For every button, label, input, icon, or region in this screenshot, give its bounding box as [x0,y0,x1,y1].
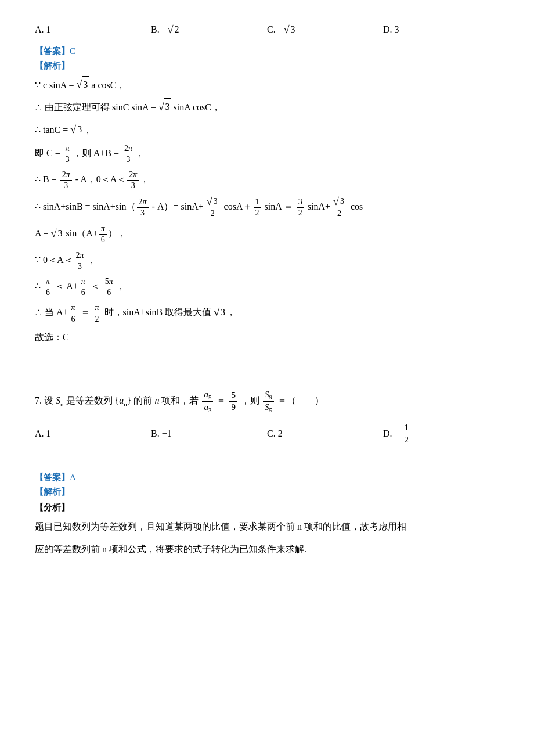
choice-B-val: √ 2 [163,24,181,35]
q7-choice-A: A. 1 [35,422,151,445]
choice-A: A. 1 [35,24,151,35]
math-step-2: ∴ 由正弦定理可得 sinC sinA = √3 sinA cosC， [35,98,499,116]
para-1-text: 题目已知数列为等差数列，且知道某两项的比值，要求某两个前 n 项和的比值，故考虑… [35,521,406,531]
analysis-tag-1: 【解析】 [35,60,499,71]
choice-A-label: A. 1 [35,24,51,35]
q7-choice-D-label: D. [383,429,392,439]
choice-D: D. 3 [383,24,499,35]
math-step-3: ∴ tanC = √3， [35,121,499,139]
top-divider [35,12,499,12]
math-step-5: ∴ B = 2π3 - A，0＜A＜2π3， [35,170,499,191]
analysis-tag-2: 【解析】 [35,487,499,498]
fenpxi-label: 【分析】 [35,503,70,512]
math-step-6: ∴ sinA+sinB = sinA+sin（2π3 - A）= sinA+√3… [35,196,499,219]
answer-val-2: A [70,473,76,482]
math-step-7: A = √3 sin（A+π6）， [35,224,499,245]
para-2: 应的等差数列前 n 项和公式，将要求的式子转化为已知条件来求解. [35,541,499,558]
choice-C-label: C. [267,24,276,35]
q7-choice-B: B. −1 [151,422,267,445]
fenpxi-tag: 【分析】 [35,502,499,513]
question-7-header: 7. 设 Sn 是等差数列 {an} 的前 n 项和，若 a5 a3 ＝ 5 9… [35,389,499,415]
math-step-10: ∴ 当 A+π6 ＝ π2 时，sinA+sinB 取得最大值 √3， [35,303,499,324]
analysis-bracket-2: 【解析】 [35,487,70,496]
choices-row-q7: A. 1 B. −1 C. 2 D. 1 2 [35,422,499,445]
q7-choice-D: D. 1 2 [383,422,499,445]
choice-C: C. √ 3 [267,24,383,35]
choice-D-label: D. 3 [383,24,399,35]
para-1: 题目已知数列为等差数列，且知道某两项的比值，要求某两个前 n 项和的比值，故考虑… [35,518,499,535]
math-step-4: 即 C = π3，则 A+B = 2π3， [35,143,499,165]
sqrt-2: √ 2 [168,24,181,35]
math-step-9: ∴ π6 ＜ A+π6 ＜ 5π6， [35,276,499,298]
choice-B: B. √ 2 [151,24,267,35]
math-step-8: ∵ 0＜A＜2π3， [35,250,499,272]
answer-val-1: C [70,46,75,56]
analysis-bracket-1: 【解析】 [35,61,70,70]
answer-tag-2: 【答案】A [35,472,499,483]
answer-bracket-open-2: 【答案】 [35,473,70,482]
choice-C-sqrt3: √ 3 [279,24,297,35]
answer-tag-1: 【答案】C [35,46,499,57]
answer-bracket-open-1: 【答案】 [35,46,70,56]
q7-choice-A-label: A. 1 [35,429,51,439]
math-step-1: ∵ c sinA = √3 a cosC， [35,76,499,94]
q7-choice-C-label: C. 2 [267,429,283,439]
choice-B-label: B. [151,24,160,35]
para-2-text: 应的等差数列前 n 项和公式，将要求的式子转化为已知条件来求解. [35,544,306,554]
choices-row-1: A. 1 B. √ 2 C. √ 3 D. 3 [35,24,499,35]
q7-choice-B-label: B. −1 [151,429,172,439]
q7-choice-C: C. 2 [267,422,383,445]
math-step-11: 故选：C [35,329,499,346]
